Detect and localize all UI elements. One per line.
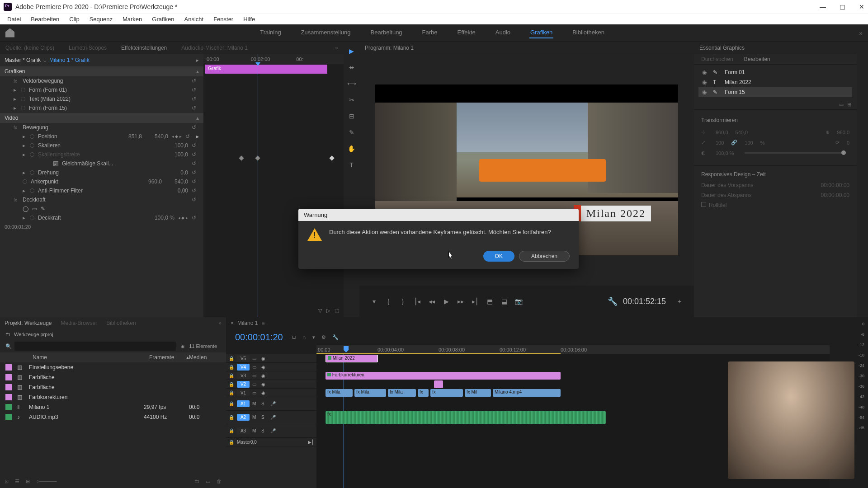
- menu-marken[interactable]: Marken: [118, 15, 146, 23]
- track-target[interactable]: A3: [237, 427, 250, 434]
- eg-tab-browse[interactable]: Durchsuchen: [701, 56, 733, 62]
- ec-skalieren-v[interactable]: 100,0: [165, 142, 188, 149]
- link-icon[interactable]: 🔗: [731, 140, 737, 145]
- menu-datei[interactable]: Datei: [3, 15, 25, 23]
- solo-icon[interactable]: S: [261, 428, 268, 433]
- type-tool-icon[interactable]: T: [348, 161, 356, 169]
- visibility-icon[interactable]: ◉: [261, 373, 268, 378]
- snap-icon[interactable]: ⊔: [292, 334, 296, 340]
- clip-mil[interactable]: fx Mil: [465, 389, 491, 397]
- ec-drehung-v[interactable]: 0,0: [165, 169, 188, 176]
- in-point-icon[interactable]: {: [383, 298, 394, 305]
- visibility-icon[interactable]: ◉: [702, 79, 708, 85]
- fx-icon[interactable]: fx: [14, 197, 19, 202]
- stopwatch-icon[interactable]: [21, 106, 25, 110]
- search-icon[interactable]: 🔍: [5, 343, 12, 349]
- eg-tab-edit[interactable]: Bearbeiten: [744, 56, 770, 62]
- reset-icon[interactable]: ↺: [185, 133, 193, 140]
- collapse-icon[interactable]: ▴: [196, 115, 199, 121]
- ec-position-y[interactable]: 540,0: [146, 133, 168, 140]
- visibility-icon[interactable]: ◉: [261, 356, 268, 361]
- clip-milan2022[interactable]: Milan 2022: [326, 355, 378, 362]
- clip-mila3[interactable]: fx Mila: [388, 389, 416, 397]
- ec-form15[interactable]: Form (Form 15): [29, 105, 188, 111]
- mute-icon[interactable]: M: [252, 428, 259, 433]
- master-level[interactable]: 0,0: [250, 440, 257, 445]
- ec-text-milan[interactable]: Text (Milan 2022): [29, 96, 188, 102]
- ec-ankerpunkt-x[interactable]: 960,0: [139, 178, 162, 185]
- menu-clip[interactable]: Clip: [65, 15, 84, 23]
- tab-sequence[interactable]: Milano 1: [237, 320, 258, 326]
- play-icon[interactable]: ▶: [441, 298, 452, 305]
- project-item[interactable]: ▥Farbfläche: [0, 372, 226, 382]
- go-in-icon[interactable]: ⎮◂: [412, 298, 423, 305]
- eg-opacity[interactable]: 100,0 %: [716, 150, 734, 156]
- delete-icon[interactable]: 🗑: [217, 479, 222, 484]
- clip-mila1[interactable]: fx Mila: [326, 389, 353, 397]
- lift-icon[interactable]: ⬒: [484, 298, 495, 305]
- close-icon[interactable]: ✕: [859, 3, 864, 10]
- zoom-slider[interactable]: ○─────: [36, 479, 57, 484]
- lock-icon[interactable]: 🔒: [229, 365, 234, 370]
- fx-icon[interactable]: fx: [14, 125, 19, 130]
- label-swatch[interactable]: [5, 384, 12, 390]
- wrench-icon[interactable]: 🔧: [332, 334, 339, 340]
- twirl-icon[interactable]: ▸: [14, 87, 17, 93]
- slip-tool-icon[interactable]: ⊟: [348, 112, 356, 120]
- lock-icon[interactable]: 🔒: [229, 382, 234, 387]
- lock-icon[interactable]: 🔒: [229, 415, 234, 420]
- opacity-slider[interactable]: [745, 152, 846, 154]
- menu-sequenz[interactable]: Sequenz: [85, 15, 117, 23]
- keyframe[interactable]: [255, 155, 260, 160]
- clip-mila2[interactable]: fx Mila: [354, 389, 386, 397]
- ec-section-video[interactable]: Video ▴: [0, 113, 203, 123]
- voiceover-icon[interactable]: 🎤: [270, 401, 276, 406]
- keyframe[interactable]: [239, 155, 244, 160]
- ws-grafiken[interactable]: Grafiken: [529, 27, 553, 38]
- mask-ellipse-icon[interactable]: ◯: [23, 206, 28, 212]
- extract-icon[interactable]: ⬓: [499, 298, 509, 305]
- bin-view-icon[interactable]: ⊞: [180, 343, 184, 349]
- voiceover-icon[interactable]: 🎤: [270, 428, 276, 433]
- visibility-icon[interactable]: ◉: [702, 69, 708, 75]
- track-target[interactable]: V3: [237, 372, 250, 379]
- ec-position-x[interactable]: 851,8: [119, 133, 142, 140]
- ws-farbe[interactable]: Farbe: [421, 27, 439, 38]
- tab-audio-mixer[interactable]: Audioclip-Mischer: Milano 1: [179, 43, 250, 53]
- minimize-icon[interactable]: —: [820, 3, 826, 10]
- lock-icon[interactable]: 🔒: [229, 401, 234, 406]
- tab-media-browser[interactable]: Media-Browser: [61, 320, 98, 326]
- track-target[interactable]: A1: [237, 400, 250, 407]
- solo-icon[interactable]: S: [261, 401, 268, 406]
- tab-essential-graphics[interactable]: Essential Graphics: [697, 43, 747, 53]
- mute-icon[interactable]: M: [252, 415, 259, 420]
- clip-mila3b[interactable]: fx: [418, 389, 429, 397]
- ec-vektorbewegung[interactable]: Vektorbewegung: [23, 78, 188, 84]
- twirl-icon[interactable]: ▸: [23, 142, 26, 149]
- reset-icon[interactable]: ↺: [192, 160, 199, 167]
- eg-abspann-v[interactable]: 00:00:00:00: [821, 192, 849, 198]
- reset-icon[interactable]: ↺: [192, 197, 199, 203]
- tabs-overflow-icon[interactable]: »: [332, 43, 341, 53]
- reset-icon[interactable]: ↺: [192, 178, 199, 185]
- graphic-title[interactable]: Milan 2022: [574, 205, 651, 221]
- effect-controls-timeline[interactable]: :00:00 00:02:00 00: Grafik ▽ ▷ ⬚: [203, 54, 344, 317]
- add-kf-icon[interactable]: ▸: [196, 133, 199, 140]
- visibility-icon[interactable]: ◉: [261, 390, 268, 395]
- reset-icon[interactable]: ↺: [192, 78, 199, 84]
- ec-form01[interactable]: Form (Form 01): [29, 87, 188, 93]
- clip-mila3c[interactable]: fx: [430, 389, 463, 397]
- stopwatch-icon[interactable]: [30, 170, 34, 175]
- lock-icon[interactable]: 🔒: [229, 356, 234, 361]
- lock-icon[interactable]: 🔒: [229, 390, 234, 395]
- new-layer-icon[interactable]: ▭: [839, 102, 844, 108]
- ws-effekte[interactable]: Effekte: [457, 27, 476, 38]
- tab-lumetri-scopes[interactable]: Lumetri-Scopes: [66, 43, 109, 53]
- stopwatch-icon[interactable]: [21, 88, 25, 92]
- rolltitel-checkbox[interactable]: [701, 202, 706, 207]
- play-only-icon[interactable]: ▷: [326, 308, 330, 314]
- tab-project[interactable]: Projekt: Werkzeuge: [5, 320, 52, 326]
- reset-icon[interactable]: ↺: [192, 142, 199, 149]
- linked-selection-icon[interactable]: ∩: [302, 334, 306, 340]
- track-select-tool-icon[interactable]: ⬌: [348, 63, 356, 71]
